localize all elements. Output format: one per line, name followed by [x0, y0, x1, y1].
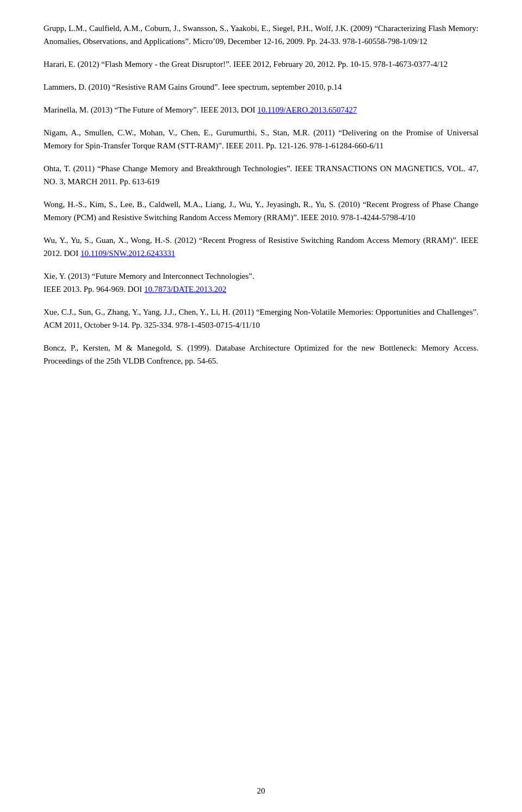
reference-xie-text: Xie, Y. (2013) “Future Memory and Interc… [44, 272, 254, 280]
reference-harari: Harari, E. (2012) “Flash Memory - the Gr… [44, 58, 478, 71]
reference-wu-text: Wu, Y., Yu, S., Guan, X., Wong, H.-S. (2… [44, 236, 478, 258]
reference-marinella: Marinella, M. (2013) “The Future of Memo… [44, 103, 478, 116]
reference-lammers-text: Lammers, D. (2010) “Resistive RAM Gains … [44, 83, 342, 91]
reference-xie-text2: IEEE 2013. Pp. 964-969. DOI 10.7873/DATE… [44, 285, 226, 293]
reference-wong: Wong, H.-S., Kim, S., Lee, B., Caldwell,… [44, 198, 478, 224]
reference-marinella-text: Marinella, M. (2013) “The Future of Memo… [44, 105, 357, 114]
page-number: 20 [257, 786, 265, 796]
reference-xue: Xue, C.J., Sun, G., Zhang, Y., Yang, J.J… [44, 305, 478, 332]
reference-lammers: Lammers, D. (2010) “Resistive RAM Gains … [44, 80, 478, 93]
wu-doi-link[interactable]: 10.1109/SNW.2012.6243331 [80, 249, 175, 258]
page: Grupp, L.M., Caulfield, A.M., Coburn, J.… [0, 0, 522, 812]
reference-grupp-text: Grupp, L.M., Caulfield, A.M., Coburn, J.… [44, 24, 478, 46]
reference-boncz-text: Boncz, P., Kersten, M & Manegold, S. (19… [44, 343, 478, 365]
reference-boncz: Boncz, P., Kersten, M & Manegold, S. (19… [44, 341, 478, 367]
reference-nigam-text: Nigam, A., Smullen, C.W., Mohan, V., Che… [44, 128, 478, 150]
xie-doi-link[interactable]: 10.7873/DATE.2013.202 [144, 285, 226, 293]
marinella-doi-link[interactable]: 10.1109/AERO.2013.6507427 [257, 105, 357, 114]
reference-ohta: Ohta, T. (2011) “Phase Change Memory and… [44, 162, 478, 188]
reference-xue-text: Xue, C.J., Sun, G., Zhang, Y., Yang, J.J… [44, 308, 478, 329]
reference-xie: Xie, Y. (2013) “Future Memory and Interc… [44, 270, 478, 296]
reference-ohta-text: Ohta, T. (2011) “Phase Change Memory and… [44, 164, 478, 186]
reference-wu: Wu, Y., Yu, S., Guan, X., Wong, H.-S. (2… [44, 234, 478, 260]
reference-nigam: Nigam, A., Smullen, C.W., Mohan, V., Che… [44, 126, 478, 152]
reference-grupp: Grupp, L.M., Caulfield, A.M., Coburn, J.… [44, 22, 478, 48]
content-area: Grupp, L.M., Caulfield, A.M., Coburn, J.… [44, 22, 478, 367]
reference-wong-text: Wong, H.-S., Kim, S., Lee, B., Caldwell,… [44, 200, 478, 222]
reference-harari-text: Harari, E. (2012) “Flash Memory - the Gr… [44, 60, 448, 68]
